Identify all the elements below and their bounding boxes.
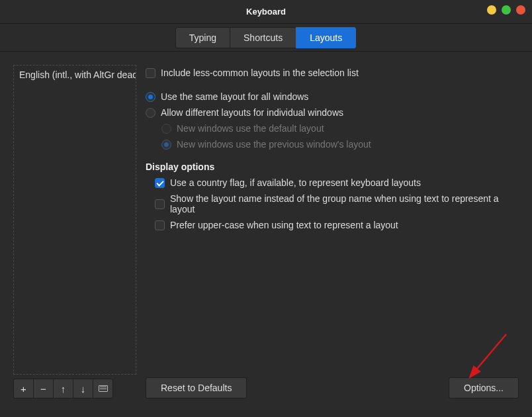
- option-new-windows-default: New windows use the default layout: [146, 120, 519, 136]
- keyboard-icon: [99, 385, 108, 392]
- radio-icon: [146, 92, 155, 102]
- option-show-layout-name[interactable]: Show the layout name instead of the grou…: [146, 191, 519, 217]
- list-toolbar: + − ↑ ↓: [13, 379, 136, 398]
- option-use-flag[interactable]: Use a country flag, if available, to rep…: [146, 175, 519, 191]
- option-label: Prefer upper-case when using text to rep…: [170, 220, 398, 230]
- content: English (intl., with AltGr dead keys) + …: [0, 52, 532, 404]
- list-item[interactable]: English (intl., with AltGr dead keys): [14, 66, 136, 84]
- window-controls: [487, 5, 525, 15]
- checkbox-icon: [155, 178, 165, 188]
- option-label: Allow different layouts for individual w…: [161, 107, 343, 118]
- add-layout-button[interactable]: +: [13, 379, 34, 398]
- option-label: Use a country flag, if available, to rep…: [170, 177, 421, 188]
- option-label: New windows use the previous window's la…: [177, 139, 371, 150]
- arrow-up-icon: ↑: [61, 383, 66, 394]
- option-new-windows-previous: New windows use the previous window's la…: [146, 136, 519, 152]
- radio-icon: [161, 124, 171, 134]
- option-prefer-upper[interactable]: Prefer upper-case when using text to rep…: [146, 217, 519, 233]
- option-same-layout[interactable]: Use the same layout for all windows: [146, 89, 519, 105]
- layouts-panel: English (intl., with AltGr dead keys) + …: [13, 65, 136, 398]
- move-down-button[interactable]: ↓: [73, 379, 93, 398]
- keyboard-preview-button[interactable]: [93, 379, 113, 398]
- tabbar: Typing Shortcuts Layouts: [0, 24, 532, 52]
- close-button[interactable]: [516, 5, 525, 15]
- plus-icon: +: [21, 383, 26, 394]
- window-title: Keyboard: [246, 7, 286, 17]
- tab-shortcuts[interactable]: Shortcuts: [230, 27, 296, 48]
- display-options-heading: Display options: [146, 162, 519, 172]
- radio-icon: [146, 108, 155, 118]
- move-up-button[interactable]: ↑: [53, 379, 73, 398]
- layouts-list[interactable]: English (intl., with AltGr dead keys): [13, 65, 136, 375]
- option-label: Show the layout name instead of the grou…: [170, 193, 519, 214]
- minus-icon: −: [40, 383, 46, 394]
- titlebar: Keyboard: [0, 0, 532, 24]
- minimize-button[interactable]: [487, 5, 496, 15]
- radio-icon: [161, 140, 171, 150]
- option-allow-different[interactable]: Allow different layouts for individual w…: [146, 105, 519, 120]
- settings-panel: Include less-common layouts in the selec…: [146, 65, 519, 398]
- option-label: New windows use the default layout: [177, 123, 324, 134]
- checkbox-icon: [155, 220, 165, 230]
- option-label: Use the same layout for all windows: [161, 91, 308, 102]
- tab-layouts[interactable]: Layouts: [296, 27, 356, 48]
- options-button[interactable]: Options...: [449, 377, 519, 398]
- maximize-button[interactable]: [502, 5, 511, 15]
- arrow-down-icon: ↓: [81, 383, 86, 394]
- remove-layout-button[interactable]: −: [33, 379, 54, 398]
- tab-typing[interactable]: Typing: [175, 27, 230, 48]
- checkbox-icon: [155, 199, 165, 209]
- checkbox-icon: [146, 68, 155, 78]
- option-include-less-common[interactable]: Include less-common layouts in the selec…: [146, 65, 519, 81]
- bottom-buttons: Reset to Defaults Options...: [146, 371, 519, 398]
- option-label: Include less-common layouts in the selec…: [161, 68, 359, 78]
- reset-defaults-button[interactable]: Reset to Defaults: [146, 377, 247, 398]
